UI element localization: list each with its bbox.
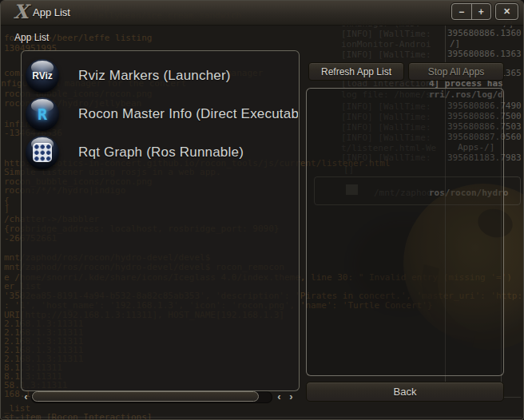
app-list-window: X App List − + ✕ App List RViz Rviz Mark… (0, 0, 524, 420)
rocon-orb-icon: R (26, 97, 59, 131)
rqt-dot-grid-icon (33, 143, 52, 162)
scrollbar-step-left-icon[interactable]: ‹ (274, 391, 284, 402)
list-item-label: Rviz Markers (Launcher) (78, 68, 231, 84)
scrollbar-thumb[interactable] (32, 391, 259, 402)
app-list-panel: RViz Rviz Markers (Launcher) R Rocon Mas… (21, 50, 300, 391)
close-button[interactable]: ✕ (495, 3, 518, 20)
screen: rocon.pnghydro/jellybean/ice_cream_sandw… (0, 0, 524, 420)
window-button-group: − + (451, 3, 491, 20)
rocon-icon-text: R (26, 97, 59, 131)
maximize-button[interactable]: + (472, 4, 491, 19)
back-button[interactable]: Back (306, 382, 504, 402)
list-item-rqt-graph[interactable]: Rqt Graph (Ros Runnable) (24, 134, 298, 171)
list-item-label: Rocon Master Info (Direct Executabl (78, 106, 298, 122)
rqt-grid-orb-icon (26, 136, 59, 169)
app-detail-panel (306, 88, 504, 376)
rviz-orb-icon: RViz (26, 59, 59, 93)
xorg-logo-icon: X (10, 2, 31, 22)
refresh-app-list-button[interactable]: Refresh App List (308, 62, 404, 81)
window-title: App List (33, 6, 70, 18)
titlebar[interactable]: X App List − + ✕ (1, 1, 523, 26)
menu-label-app-list: App List (14, 32, 49, 43)
minimize-button[interactable]: − (452, 4, 472, 19)
list-item-rocon-master-info[interactable]: R Rocon Master Info (Direct Executabl (24, 96, 298, 133)
scrollbar-step-right-icon[interactable]: › (286, 391, 296, 402)
stop-all-apps-button[interactable]: Stop All Apps (408, 62, 504, 81)
list-item-label: Rqt Graph (Ros Runnable) (78, 145, 244, 160)
rviz-icon-text: RViz (26, 59, 59, 93)
list-item-rviz-markers[interactable]: RViz Rviz Markers (Launcher) (24, 57, 298, 94)
scrollbar-left-arrow-icon[interactable]: ‹ (21, 391, 31, 402)
